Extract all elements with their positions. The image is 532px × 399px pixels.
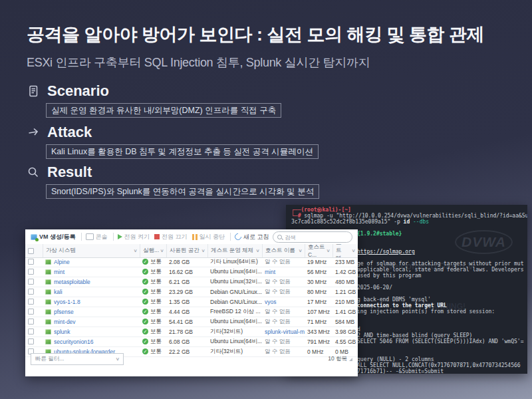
used-space-cell: 6.21 GB xyxy=(166,279,207,285)
guest-os-cell: 기타 Linux(64비트) xyxy=(207,258,262,266)
host-mem-cell: 584 MB xyxy=(332,319,358,325)
column-header-host-cpu[interactable]: 호스트 C...∨ xyxy=(305,244,332,257)
row-checkbox[interactable] xyxy=(28,279,34,285)
console-icon xyxy=(86,233,94,240)
host-cpu-cell: 19 MHz xyxy=(305,259,332,265)
vm-icon xyxy=(45,309,51,315)
host-cpu-cell: 107 MHz xyxy=(305,309,332,315)
vm-name-link[interactable]: kali xyxy=(54,289,63,295)
suspend-icon xyxy=(192,234,198,240)
quick-filter-dropdown[interactable]: 빠른 필터... ∨ xyxy=(31,353,124,365)
status-ok-icon: ✓ xyxy=(142,289,148,295)
vm-name-link[interactable]: pfsense xyxy=(54,309,74,315)
table-row[interactable]: metasploitable ✓보통 6.21 GB Ubuntu Linux(… xyxy=(25,277,358,287)
chevron-down-icon: ∨ xyxy=(325,248,331,253)
table-row[interactable]: Alpine ✓보통 2.08 GB 기타 Linux(64비트) 알 수 없음… xyxy=(25,257,358,267)
table-header-row: 가상 시스템∨ 실행...∨ 사용된 공간∨ 게스트 운영 체제∨ 호스트 이름… xyxy=(25,244,358,258)
chevron-down-icon: ∨ xyxy=(297,248,303,253)
used-space-cell: 54.41 GB xyxy=(166,319,207,325)
page-subtitle: ESXi 인프라 구축부터 SQL Injection 침투, Splunk 실… xyxy=(27,55,370,70)
host-mem-cell: 210 MB xyxy=(332,299,358,305)
vm-icon xyxy=(45,259,51,265)
vm-name-link[interactable]: securityonion16 xyxy=(54,338,94,345)
search-icon xyxy=(27,166,40,179)
vm-icon xyxy=(45,289,51,295)
column-header-host[interactable]: 호스트 이름∨ xyxy=(262,244,305,257)
vm-name-link[interactable]: Alpine xyxy=(54,259,70,265)
row-checkbox[interactable] xyxy=(28,319,34,325)
guest-os-cell: Ubuntu Linux(64비... xyxy=(207,318,262,326)
vm-name-link[interactable]: splunk xyxy=(54,329,70,335)
column-header-host-mem[interactable]: 호스트 메...∨ xyxy=(332,244,358,257)
status-label: 보통 xyxy=(150,268,162,275)
section-description: Kali Linux를 활용한 DB 침투 및 계정정보 추출 등 실전 공격 … xyxy=(46,144,319,159)
row-checkbox[interactable] xyxy=(28,259,34,265)
table-row[interactable]: pfsense ✓보통 4.44 GB FreeBSD 12 이상 ... 알 … xyxy=(25,307,358,317)
chevron-down-icon: ∨ xyxy=(350,248,356,253)
toolbar-divider xyxy=(230,233,231,241)
status-ok-icon: ✓ xyxy=(142,329,148,334)
vm-name-link[interactable]: mint xyxy=(54,269,65,275)
host-mem-cell: 1.41 GB xyxy=(332,309,358,315)
column-header-guest-os[interactable]: 게스트 운영 체제∨ xyxy=(207,244,262,257)
status-ok-icon: ✓ xyxy=(142,279,148,285)
vm-name-link[interactable]: vyos-1-1.8 xyxy=(54,299,80,305)
table-row[interactable]: kali ✓보통 23.29 GB Debian GNU/Linux... 알 … xyxy=(25,287,358,297)
column-header-status[interactable]: 실행...∨ xyxy=(140,244,166,257)
row-checkbox[interactable] xyxy=(28,338,34,344)
host-name-cell: 알 수 없음 xyxy=(262,318,305,326)
status-ok-icon: ✓ xyxy=(142,319,148,325)
power-off-button[interactable]: 전원 끄기 xyxy=(154,233,188,241)
item-count: 10 항목 xyxy=(328,353,352,363)
status-label: 보통 xyxy=(150,278,162,285)
terminal-line: 3c7ca61c885c52dc2f8b135e089a15" -p id --… xyxy=(286,219,527,225)
terminal-line: └─# sqlmap -u "http://10.0.0.254/dvwa/vu… xyxy=(286,213,527,219)
power-on-button[interactable]: 전원 켜기 xyxy=(118,233,150,241)
search-box[interactable] xyxy=(273,231,352,243)
refresh-button[interactable]: 새로 고침 xyxy=(235,233,269,241)
table-row[interactable]: vyos-1-1.8 ✓보통 1.35 GB Debian GNU/Linux.… xyxy=(25,297,358,307)
guest-os-cell: Debian GNU/Linux... xyxy=(207,289,262,295)
status-label: 보통 xyxy=(150,298,162,305)
guest-os-cell: 기타(32비트) xyxy=(207,328,262,336)
section-description: Snort(IDS/IPS)와 Splunk를 연동하여 공격을 실시간으로 시… xyxy=(46,184,319,199)
chevron-down-icon: ∨ xyxy=(132,248,138,253)
host-cpu-cell: 80 MHz xyxy=(305,289,332,295)
console-button[interactable]: 콘솔 xyxy=(86,233,108,241)
column-header-vm[interactable]: 가상 시스템∨ xyxy=(43,244,140,257)
vm-icon xyxy=(45,269,51,275)
row-checkbox[interactable] xyxy=(28,269,34,275)
row-checkbox[interactable] xyxy=(28,329,34,334)
row-checkbox[interactable] xyxy=(28,289,34,295)
used-space-cell: 21.78 GB xyxy=(166,329,207,335)
table-row[interactable]: mint ✓보통 16.62 GB Ubuntu Linux(64비... mi… xyxy=(25,267,358,277)
row-checkbox[interactable] xyxy=(28,299,34,305)
status-label: 보통 xyxy=(150,318,162,325)
refresh-icon xyxy=(233,232,243,241)
table-row[interactable]: mint-dev ✓보통 54.41 GB Ubuntu Linux(64비..… xyxy=(25,317,358,327)
vm-name-link[interactable]: metasploitable xyxy=(54,279,90,285)
host-mem-cell: 3.98 GB xyxy=(332,329,358,335)
host-cpu-cell: 30 MHz xyxy=(305,279,332,285)
status-ok-icon: ✓ xyxy=(142,338,148,344)
vm-icon xyxy=(45,329,51,334)
host-name-cell: 알 수 없음 xyxy=(262,258,305,266)
column-header-space[interactable]: 사용된 공간∨ xyxy=(166,244,207,257)
table-row[interactable]: splunk ✓보통 21.78 GB 기타(32비트) splunk-virt… xyxy=(25,327,358,337)
select-all-checkbox[interactable] xyxy=(28,248,34,254)
vm-create-icon xyxy=(31,234,37,240)
status-ok-icon: ✓ xyxy=(142,309,148,315)
vm-create-button[interactable]: VM 생성/등록 xyxy=(31,233,76,241)
guest-os-cell: Debian GNU/Linux... xyxy=(207,299,262,305)
search-input[interactable] xyxy=(285,234,348,241)
table-footer: 빠른 필터... ∨ 10 항목 xyxy=(31,353,352,365)
host-mem-cell: 480 MB xyxy=(332,279,358,285)
row-checkbox[interactable] xyxy=(28,309,34,315)
status-label: 보통 xyxy=(150,308,162,315)
status-label: 보통 xyxy=(150,258,162,265)
resize-handle-icon[interactable] xyxy=(349,358,352,361)
vm-name-link[interactable]: mint-dev xyxy=(54,319,76,325)
suspend-button[interactable]: 일시 중단 xyxy=(192,233,225,241)
chevron-down-icon: ∨ xyxy=(114,356,120,362)
table-row[interactable]: securityonion16 ✓보통 6.08 GB Ubuntu Linux… xyxy=(25,337,358,347)
